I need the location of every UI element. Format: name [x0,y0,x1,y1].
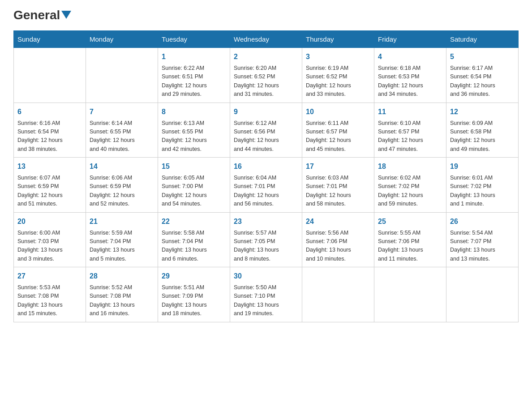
day-info: Sunrise: 6:10 AM Sunset: 6:57 PM Dayligh… [378,119,442,154]
day-info: Sunrise: 6:13 AM Sunset: 6:55 PM Dayligh… [162,119,226,154]
day-number: 6 [17,107,82,117]
day-number: 29 [162,271,226,282]
calendar-cell: 12Sunrise: 6:09 AM Sunset: 6:58 PM Dayli… [446,103,519,158]
calendar-cell: 26Sunrise: 5:54 AM Sunset: 7:07 PM Dayli… [446,212,519,267]
day-number: 30 [234,271,298,282]
day-number: 21 [90,216,154,227]
calendar-cell: 28Sunrise: 5:52 AM Sunset: 7:08 PM Dayli… [86,267,158,322]
weekday-header-friday: Friday [374,31,446,48]
day-info: Sunrise: 5:59 AM Sunset: 7:04 PM Dayligh… [90,229,154,264]
calendar-cell: 3Sunrise: 6:19 AM Sunset: 6:52 PM Daylig… [302,48,374,103]
day-info: Sunrise: 6:07 AM Sunset: 6:59 PM Dayligh… [17,174,82,209]
day-number: 8 [162,107,226,117]
day-number: 22 [162,216,226,227]
calendar-cell [302,267,374,322]
weekday-header-thursday: Thursday [302,31,374,48]
weekday-header-saturday: Saturday [446,31,519,48]
calendar-cell: 4Sunrise: 6:18 AM Sunset: 6:53 PM Daylig… [374,48,446,103]
day-info: Sunrise: 6:14 AM Sunset: 6:55 PM Dayligh… [90,119,154,154]
calendar-cell: 27Sunrise: 5:53 AM Sunset: 7:08 PM Dayli… [14,267,86,322]
day-number: 7 [90,107,154,117]
calendar-cell: 16Sunrise: 6:04 AM Sunset: 7:01 PM Dayli… [230,158,302,213]
day-info: Sunrise: 5:54 AM Sunset: 7:07 PM Dayligh… [450,229,515,264]
day-number: 19 [450,161,515,172]
day-info: Sunrise: 5:58 AM Sunset: 7:04 PM Dayligh… [162,229,226,264]
day-info: Sunrise: 6:02 AM Sunset: 7:02 PM Dayligh… [378,174,442,209]
day-info: Sunrise: 6:01 AM Sunset: 7:02 PM Dayligh… [450,174,515,209]
calendar-cell: 21Sunrise: 5:59 AM Sunset: 7:04 PM Dayli… [86,212,158,267]
calendar-cell: 25Sunrise: 5:55 AM Sunset: 7:06 PM Dayli… [374,212,446,267]
calendar-cell: 20Sunrise: 6:00 AM Sunset: 7:03 PM Dayli… [14,212,86,267]
day-info: Sunrise: 5:55 AM Sunset: 7:06 PM Dayligh… [378,229,442,264]
day-info: Sunrise: 5:57 AM Sunset: 7:05 PM Dayligh… [234,229,298,264]
calendar-week-row: 6Sunrise: 6:16 AM Sunset: 6:54 PM Daylig… [14,103,519,158]
calendar-cell: 15Sunrise: 6:05 AM Sunset: 7:00 PM Dayli… [158,158,230,213]
page-header: General [13,9,519,22]
day-info: Sunrise: 6:00 AM Sunset: 7:03 PM Dayligh… [17,229,82,264]
day-number: 15 [162,161,226,172]
calendar-cell [374,267,446,322]
svg-marker-0 [61,11,71,19]
day-number: 28 [90,271,154,282]
calendar-cell [86,48,158,103]
calendar-cell: 14Sunrise: 6:06 AM Sunset: 6:59 PM Dayli… [86,158,158,213]
day-info: Sunrise: 6:16 AM Sunset: 6:54 PM Dayligh… [17,119,82,154]
weekday-header-tuesday: Tuesday [158,31,230,48]
calendar-cell: 1Sunrise: 6:22 AM Sunset: 6:51 PM Daylig… [158,48,230,103]
day-number: 9 [234,107,298,117]
day-info: Sunrise: 6:06 AM Sunset: 6:59 PM Dayligh… [90,174,154,209]
day-number: 4 [378,51,442,62]
day-number: 5 [450,51,515,62]
day-number: 24 [306,216,370,227]
day-number: 25 [378,216,442,227]
calendar-cell: 29Sunrise: 5:51 AM Sunset: 7:09 PM Dayli… [158,267,230,322]
calendar-cell: 7Sunrise: 6:14 AM Sunset: 6:55 PM Daylig… [86,103,158,158]
day-info: Sunrise: 5:53 AM Sunset: 7:08 PM Dayligh… [17,283,82,318]
day-number: 18 [378,161,442,172]
day-number: 2 [234,51,298,62]
day-info: Sunrise: 6:09 AM Sunset: 6:58 PM Dayligh… [450,119,515,154]
logo-triangle-icon [61,11,71,19]
logo: General [13,9,71,22]
calendar-week-row: 20Sunrise: 6:00 AM Sunset: 7:03 PM Dayli… [14,212,519,267]
day-info: Sunrise: 5:51 AM Sunset: 7:09 PM Dayligh… [162,283,226,318]
calendar-cell: 5Sunrise: 6:17 AM Sunset: 6:54 PM Daylig… [446,48,519,103]
calendar-week-row: 27Sunrise: 5:53 AM Sunset: 7:08 PM Dayli… [14,267,519,322]
day-info: Sunrise: 5:56 AM Sunset: 7:06 PM Dayligh… [306,229,370,264]
calendar-cell: 13Sunrise: 6:07 AM Sunset: 6:59 PM Dayli… [14,158,86,213]
day-info: Sunrise: 6:18 AM Sunset: 6:53 PM Dayligh… [378,64,442,99]
weekday-header-wednesday: Wednesday [230,31,302,48]
calendar-cell [14,48,86,103]
day-number: 1 [162,51,226,62]
day-number: 23 [234,216,298,227]
day-number: 13 [17,161,82,172]
day-info: Sunrise: 6:04 AM Sunset: 7:01 PM Dayligh… [234,174,298,209]
weekday-header-sunday: Sunday [14,31,86,48]
calendar-cell: 9Sunrise: 6:12 AM Sunset: 6:56 PM Daylig… [230,103,302,158]
calendar-header-row: SundayMondayTuesdayWednesdayThursdayFrid… [14,31,519,48]
day-info: Sunrise: 6:05 AM Sunset: 7:00 PM Dayligh… [162,174,226,209]
day-number: 14 [90,161,154,172]
calendar-cell: 24Sunrise: 5:56 AM Sunset: 7:06 PM Dayli… [302,212,374,267]
day-number: 3 [306,51,370,62]
day-number: 11 [378,107,442,117]
day-number: 20 [17,216,82,227]
calendar-cell [446,267,519,322]
day-info: Sunrise: 6:03 AM Sunset: 7:01 PM Dayligh… [306,174,370,209]
calendar-cell: 11Sunrise: 6:10 AM Sunset: 6:57 PM Dayli… [374,103,446,158]
calendar-table: SundayMondayTuesdayWednesdayThursdayFrid… [13,30,519,322]
day-number: 16 [234,161,298,172]
day-info: Sunrise: 6:17 AM Sunset: 6:54 PM Dayligh… [450,64,515,99]
day-info: Sunrise: 6:22 AM Sunset: 6:51 PM Dayligh… [162,64,226,99]
day-info: Sunrise: 6:12 AM Sunset: 6:56 PM Dayligh… [234,119,298,154]
calendar-week-row: 13Sunrise: 6:07 AM Sunset: 6:59 PM Dayli… [14,158,519,213]
day-number: 10 [306,107,370,117]
day-info: Sunrise: 6:20 AM Sunset: 6:52 PM Dayligh… [234,64,298,99]
calendar-week-row: 1Sunrise: 6:22 AM Sunset: 6:51 PM Daylig… [14,48,519,103]
day-number: 17 [306,161,370,172]
day-info: Sunrise: 6:19 AM Sunset: 6:52 PM Dayligh… [306,64,370,99]
calendar-cell: 2Sunrise: 6:20 AM Sunset: 6:52 PM Daylig… [230,48,302,103]
calendar-cell: 18Sunrise: 6:02 AM Sunset: 7:02 PM Dayli… [374,158,446,213]
calendar-cell: 23Sunrise: 5:57 AM Sunset: 7:05 PM Dayli… [230,212,302,267]
day-info: Sunrise: 5:52 AM Sunset: 7:08 PM Dayligh… [90,283,154,318]
